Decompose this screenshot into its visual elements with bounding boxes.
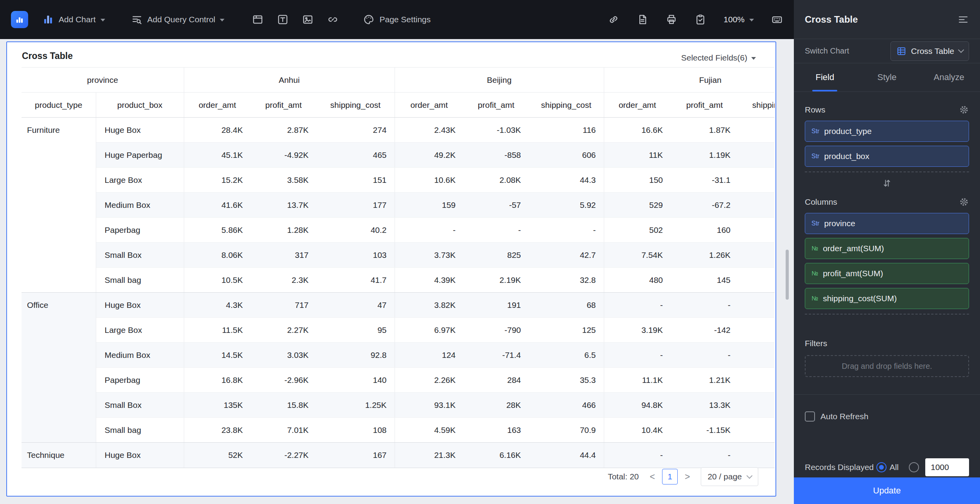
field-chip-order_amt(SUM)[interactable]: №order_amt(SUM)	[805, 238, 969, 259]
zoom-control[interactable]: 100%	[723, 15, 754, 24]
tab-style[interactable]: Style	[856, 63, 918, 91]
page-settings-label: Page Settings	[379, 15, 431, 24]
rows-drop-slot[interactable]	[805, 172, 969, 172]
swap-rows-columns-icon[interactable]	[881, 178, 892, 189]
data-cell: 3.19K	[604, 318, 671, 343]
pagination-current-page[interactable]: 1	[662, 469, 678, 484]
filters-section-label: Filters	[805, 339, 827, 348]
image-widget-icon[interactable]	[302, 14, 314, 25]
cell-product-type: Furniture	[22, 118, 96, 293]
field-chip-profit_amt(SUM)[interactable]: №profit_amt(SUM)	[805, 263, 969, 284]
data-cell: 1.26K	[671, 243, 738, 268]
data-cell: 35.3	[529, 368, 604, 393]
data-cell	[738, 243, 775, 268]
data-cell: 7.01K	[251, 418, 316, 443]
print-icon[interactable]	[666, 14, 677, 25]
filters-drop-area[interactable]: Drag and drop fields here.	[805, 355, 969, 377]
cell-product-type: Office	[22, 293, 96, 443]
vertical-scrollbar[interactable]	[786, 250, 789, 300]
selected-fields-dropdown[interactable]: Selected Fields(6)	[681, 53, 756, 63]
switch-chart-row: Switch Chart Cross Table	[794, 39, 980, 63]
records-all-radio[interactable]	[876, 462, 887, 472]
field-chip-product_type[interactable]: Strproduct_type	[805, 121, 969, 142]
tab-field[interactable]: Field	[794, 63, 856, 91]
pagination-prev[interactable]: <	[650, 472, 655, 482]
chart-card-cross-table[interactable]: Cross Table Selected Fields(6) provinceA…	[6, 41, 776, 497]
data-cell: 4.59K	[395, 418, 463, 443]
keyboard-icon[interactable]	[771, 14, 783, 25]
data-cell: -57	[463, 193, 529, 218]
auto-refresh-checkbox[interactable]	[805, 411, 815, 422]
measure-header: profit_amt	[671, 93, 738, 118]
data-cell	[738, 293, 775, 318]
cell-product-box: Small Box	[96, 393, 184, 418]
selected-fields-label: Selected Fields(6)	[681, 53, 747, 63]
field-chip-shipping_cost(SUM)[interactable]: №shipping_cost(SUM)	[805, 288, 969, 309]
panel-title: Cross Table	[805, 14, 858, 25]
add-query-control-button[interactable]: Add Query Control	[131, 14, 225, 25]
panel-menu-icon[interactable]	[957, 14, 969, 25]
data-cell	[738, 443, 775, 468]
row-dimension-header: product_box	[96, 93, 184, 118]
records-displayed-row: Records Displayed All	[794, 456, 980, 479]
data-cell: 135K	[184, 393, 251, 418]
data-cell: -	[671, 293, 738, 318]
gear-icon[interactable]	[959, 105, 969, 115]
caret-down-icon	[220, 19, 224, 21]
text-widget-icon[interactable]	[277, 14, 289, 25]
records-count-input[interactable]	[925, 458, 969, 476]
auto-refresh-row: Auto Refresh	[794, 405, 980, 428]
table-row: Huge Paperbag45.1K-4.92K46549.2K-8586061…	[22, 143, 775, 168]
page-size-select[interactable]: 20 / page	[701, 467, 758, 486]
data-cell: 2.19K	[463, 268, 529, 293]
cell-product-box: Huge Box	[96, 443, 184, 468]
embed-widget-icon[interactable]	[327, 14, 339, 25]
data-cell: 3.82K	[395, 293, 463, 318]
share-link-icon[interactable]	[608, 14, 619, 25]
pagination-next[interactable]: >	[685, 472, 690, 482]
pagination-total: Total: 20	[608, 472, 639, 481]
records-custom-radio[interactable]	[909, 462, 919, 472]
config-panel: Cross Table Switch Chart Cross Table Fie…	[794, 0, 980, 504]
add-chart-button[interactable]: Add Chart	[42, 14, 105, 25]
field-name: province	[824, 219, 855, 228]
panel-header: Cross Table	[794, 0, 980, 39]
approve-icon[interactable]	[695, 14, 706, 25]
data-cell: -71.4	[463, 343, 529, 368]
data-cell	[738, 118, 775, 143]
table-row: Small Box135K15.8K1.25K93.1K28K46694.8K1…	[22, 393, 775, 418]
data-cell: 2.26K	[395, 368, 463, 393]
auto-refresh-label: Auto Refresh	[820, 412, 869, 421]
field-type-tag: №	[811, 270, 818, 277]
app-logo[interactable]	[11, 11, 28, 28]
frame-widget-icon[interactable]	[252, 14, 264, 25]
columns-drop-slot[interactable]	[805, 314, 969, 315]
data-cell: 1.28K	[251, 218, 316, 243]
data-cell: -2.96K	[251, 368, 316, 393]
field-chip-product_box[interactable]: Strproduct_box	[805, 146, 969, 167]
records-displayed-label: Records Displayed	[805, 463, 876, 472]
data-cell: 41.6K	[184, 193, 251, 218]
data-cell: 49.2K	[395, 143, 463, 168]
data-cell: 191	[463, 293, 529, 318]
update-button[interactable]: Update	[794, 477, 980, 504]
data-cell: -	[671, 443, 738, 468]
data-cell: 94.8K	[604, 393, 671, 418]
document-icon[interactable]	[637, 14, 648, 25]
data-cell: -	[671, 343, 738, 368]
gear-icon[interactable]	[959, 197, 969, 207]
data-cell: 151	[316, 168, 395, 193]
data-cell: 717	[251, 293, 316, 318]
field-chip-province[interactable]: Strprovince	[805, 213, 969, 234]
cell-product-box: Small bag	[96, 268, 184, 293]
add-chart-label: Add Chart	[59, 15, 96, 24]
page-settings-button[interactable]: Page Settings	[363, 14, 431, 25]
data-cell: 284	[463, 368, 529, 393]
data-cell	[738, 193, 775, 218]
caret-down-icon	[101, 19, 105, 21]
data-cell	[738, 218, 775, 243]
data-cell: 466	[529, 393, 604, 418]
data-cell: 11K	[604, 143, 671, 168]
tab-analyze[interactable]: Analyze	[918, 63, 980, 91]
switch-chart-select[interactable]: Cross Table	[890, 41, 969, 61]
